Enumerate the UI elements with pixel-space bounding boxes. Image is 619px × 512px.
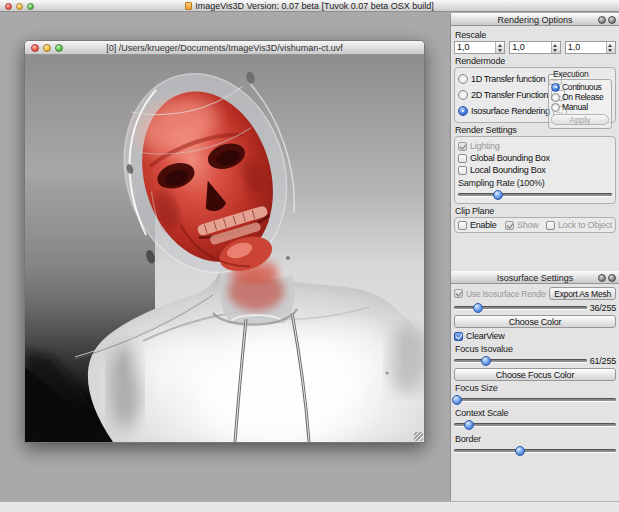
slider-thumb[interactable] [473,303,483,313]
slider-track [454,449,616,452]
context-scale-slider[interactable] [454,419,616,430]
checkbox-icon[interactable] [458,154,467,163]
imagevis3d-app: ImageVis3D Version: 0.07 beta [Tuvok 0.0… [0,0,619,512]
viewer-window-controls [31,44,63,52]
checkbox-checked-disabled-icon[interactable] [458,142,467,151]
choose-focus-color-button[interactable]: Choose Focus Color [454,368,616,381]
workspace: [0] /Users/krueger/Documents/ImageVis3D/… [0,13,450,501]
checkbox-icon[interactable] [458,221,467,230]
close-panel-icon[interactable] [608,16,616,24]
radio-label: Isosurface Rendering [471,106,550,116]
slider-track [454,423,616,426]
app-titlebar: ImageVis3D Version: 0.07 beta [Tuvok 0.0… [0,0,619,12]
clip-plane-group: Enable Show Lock to Object [454,217,616,233]
context-scale-label: Context Scale [455,408,616,418]
show-checkbox-label: Show [517,220,539,230]
radio-label: 1D Transfer function [471,74,545,84]
apply-button[interactable]: Apply [551,114,609,125]
isosurface-settings-header[interactable]: Isosurface Settings [451,271,619,284]
focus-size-slider[interactable] [454,394,616,405]
radio-icon[interactable] [458,74,468,84]
viewer-title: [0] /Users/krueger/Documents/ImageVis3D/… [25,41,424,55]
use-isosurface-label: Use Isosurface Rendering [466,289,546,299]
rendering-options-header[interactable]: Rendering Options [451,13,619,26]
border-slider[interactable] [454,445,616,456]
checkbox-checked-icon[interactable] [454,332,463,341]
checkbox-disabled-icon[interactable] [546,221,555,230]
execution-label: Execution [553,69,612,79]
render-settings-group: Lighting Global Bounding Box Local Bound… [454,136,616,204]
panel-title: Rendering Options [451,14,619,26]
checkbox-checked-disabled-icon[interactable] [454,289,463,298]
global-bounding-box-checkbox-row[interactable]: Global Bounding Box [458,152,612,164]
export-as-mesh-button[interactable]: Export As Mesh [549,287,616,300]
slider-track [454,398,616,401]
close-panel-icon[interactable] [608,274,616,282]
slider-thumb[interactable] [452,395,462,405]
dock-area: Rendering Options Rescale 1,0 1,0 [450,13,619,501]
stepper-arrows-icon[interactable] [495,42,504,53]
float-panel-icon[interactable] [598,274,606,282]
rendered-volume-scene [25,55,424,442]
enable-checkbox-label: Enable [470,220,497,230]
local-bounding-box-checkbox-row[interactable]: Local Bounding Box [458,164,612,176]
radio-on-release[interactable]: On Release [551,92,609,102]
focus-size-label: Focus Size [455,383,616,393]
slider-thumb[interactable] [515,446,525,456]
resize-grip[interactable] [414,432,423,441]
rendering-options-panel: Rendering Options Rescale 1,0 1,0 [451,13,619,237]
status-bar [0,501,619,512]
rescale-label: Rescale [455,30,616,40]
slider-track [458,193,612,196]
execution-group: Execution Continuous On Release [548,69,612,129]
stepper-arrows-icon[interactable] [606,42,615,53]
focus-isovalue-readout: 61/255 [590,356,616,366]
isovalue-slider[interactable] [454,302,587,313]
rescale-x-stepper[interactable]: 1,0 [454,41,505,54]
slider-thumb[interactable] [481,356,491,366]
lock-checkbox-label: Lock to Object [558,220,612,230]
isosurface-settings-panel: Isosurface Settings Use Isosurface Rende… [451,271,619,459]
rescale-x-value: 1,0 [455,42,495,53]
focus-isovalue-label: Focus Isovalue [455,344,616,354]
app-title: ImageVis3D Version: 0.07 beta [Tuvok 0.0… [195,1,434,11]
radio-manual[interactable]: Manual [551,102,609,112]
choose-color-button[interactable]: Choose Color [454,315,616,328]
slider-thumb[interactable] [464,420,474,430]
checkbox-icon[interactable] [458,166,467,175]
lighting-checkbox-row[interactable]: Lighting [458,140,612,152]
viewer-titlebar[interactable]: [0] /Users/krueger/Documents/ImageVis3D/… [25,41,424,55]
radio-selected-icon[interactable] [551,83,560,92]
render-viewport[interactable] [25,55,424,442]
radio-icon[interactable] [458,90,468,100]
panel-title: Isosurface Settings [451,272,619,284]
sampling-rate-slider[interactable] [458,189,612,200]
viewer-close-button[interactable] [31,44,39,52]
radio-label: 2D Transfer Function [471,90,548,100]
border-label: Border [455,434,616,444]
slider-track [454,359,587,362]
viewer-zoom-button[interactable] [55,44,63,52]
float-panel-icon[interactable] [598,16,606,24]
radio-icon[interactable] [551,93,560,102]
rescale-z-value: 1,0 [566,42,606,53]
app-icon [185,2,192,10]
radio-icon[interactable] [551,103,560,112]
viewer-window: [0] /Users/krueger/Documents/ImageVis3D/… [24,40,425,443]
rendermode-group: 1D Transfer function ... 2D Transfer Fun… [454,67,616,123]
rescale-y-value: 1,0 [510,42,550,53]
rendermode-label: Rendermode [455,56,616,66]
clearview-checkbox-row[interactable]: ClearView [454,330,616,342]
clip-plane-label: Clip Plane [455,206,616,216]
slider-thumb[interactable] [493,190,503,200]
isovalue-readout: 36/255 [590,303,616,313]
focus-isovalue-slider[interactable] [454,355,587,366]
checkbox-checked-disabled-icon[interactable] [505,221,514,230]
radio-continuous[interactable]: Continuous [551,82,609,92]
stepper-arrows-icon[interactable] [551,42,560,53]
viewer-minimize-button[interactable] [43,44,51,52]
sampling-rate-label: Sampling Rate (100%) [458,178,612,188]
rescale-y-stepper[interactable]: 1,0 [509,41,560,54]
radio-selected-icon[interactable] [458,106,468,116]
rescale-z-stepper[interactable]: 1,0 [565,41,616,54]
